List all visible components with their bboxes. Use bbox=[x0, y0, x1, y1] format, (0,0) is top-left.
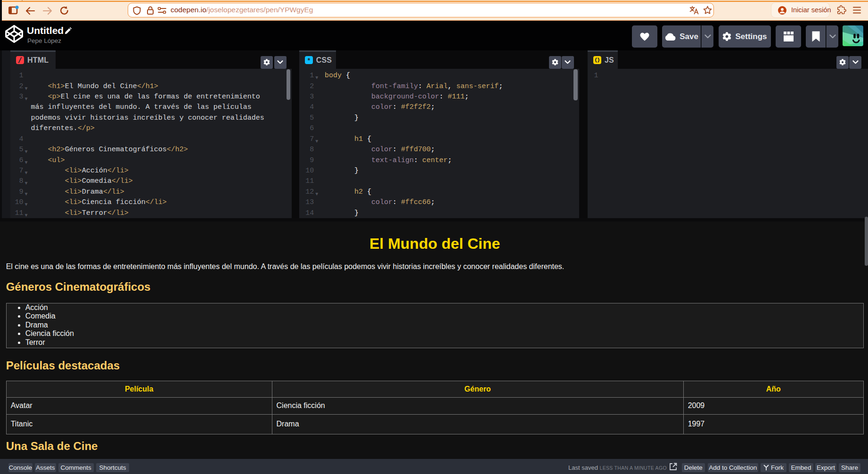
svg-text:*: * bbox=[307, 57, 310, 64]
